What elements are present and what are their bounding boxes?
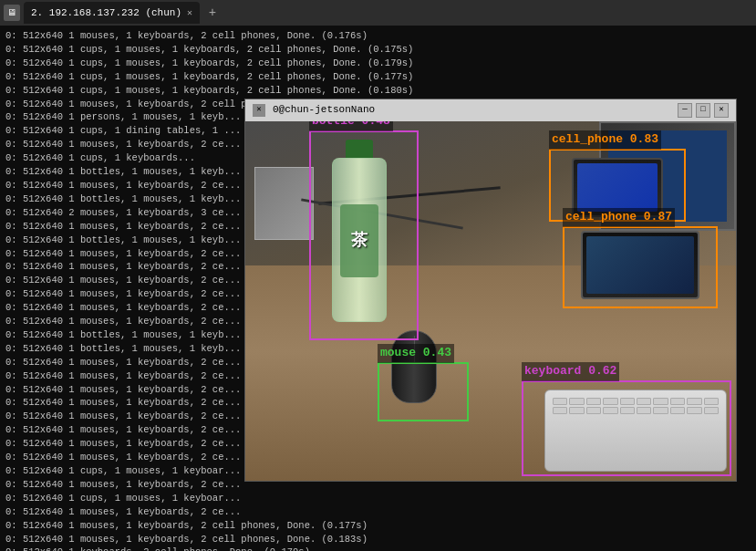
log-line: 0: 512x640 1 cups, 1 mouses, 1 keyboards…: [5, 57, 756, 70]
minimize-button[interactable]: —: [678, 103, 692, 118]
detection-titlebar: ✕ 0@chun-jetsonNano — □ ✕: [245, 99, 736, 121]
phone-screen-2: [586, 236, 694, 294]
terminal-icon: 🖥: [4, 5, 20, 21]
key: [620, 407, 635, 414]
phone-screen-1: [577, 163, 658, 212]
phone-object-2: [581, 231, 699, 299]
key: [670, 407, 685, 414]
key: [603, 398, 617, 405]
close-button[interactable]: ✕: [714, 103, 729, 118]
log-line: 0: 512x640 1 cups, 1 mouses, 1 keyboards…: [5, 70, 756, 84]
keyboard-object: [544, 390, 727, 472]
log-line: 0: 512x640 1 cups, 1 mouses, 1 keyboar..…: [5, 492, 756, 505]
key: [603, 407, 617, 414]
new-tab-button[interactable]: +: [203, 4, 222, 22]
mouse-body: [391, 330, 437, 403]
key: [670, 398, 685, 405]
bottle-label-kanji: 茶: [340, 204, 378, 277]
taskbar: 🖥 2. 192.168.137.232 (chun) ✕ +: [0, 0, 756, 26]
window-icon: ✕: [253, 104, 265, 117]
terminal-body: 0: 512x640 1 mouses, 1 keyboards, 2 cell…: [0, 26, 756, 551]
key: [553, 398, 567, 405]
log-line: 0: 512x640 1 mouses, 1 keyboards, 2 ce..…: [5, 505, 756, 519]
bottle-object: 茶: [323, 140, 396, 340]
mouse-object: [391, 330, 441, 408]
log-line: 0: 512x640 1 cups, 1 mouses, 1 keyboards…: [5, 84, 756, 98]
key: [586, 407, 601, 414]
window-title: 0@chun-jetsonNano: [273, 103, 670, 118]
maximize-button[interactable]: □: [696, 103, 710, 118]
phone-object-1: [572, 158, 663, 217]
key: [553, 407, 567, 414]
log-line: 0: 512x640 1 keyboards, 2 cell phones, D…: [5, 546, 756, 551]
camera-feed: 茶: [245, 121, 736, 481]
key: [569, 407, 584, 414]
tab-close-button[interactable]: ✕: [187, 7, 192, 18]
key: [637, 398, 651, 405]
key: [704, 398, 719, 405]
log-line: 0: 512x640 1 mouses, 1 keyboards, 2 cell…: [5, 533, 756, 546]
key: [586, 398, 601, 405]
log-line: 0: 512x640 1 mouses, 1 keyboards, 2 cell…: [5, 29, 756, 43]
key: [620, 398, 635, 405]
key: [687, 398, 701, 405]
keyboard-keys: [545, 390, 726, 421]
bottle-body: 茶: [332, 158, 387, 322]
tab-label: 2. 192.168.137.232 (chun): [31, 7, 181, 18]
key: [637, 407, 651, 414]
bottle-cap: [346, 140, 373, 158]
window-controls: — □ ✕: [678, 103, 729, 118]
mouse-scroll: [414, 336, 415, 363]
key: [653, 407, 668, 414]
key: [687, 407, 701, 414]
tab-active[interactable]: 2. 192.168.137.232 (chun) ✕: [24, 2, 200, 24]
log-line: 0: 512x640 1 cups, 1 mouses, 1 keyboards…: [5, 43, 756, 57]
key: [653, 398, 668, 405]
key: [704, 407, 719, 414]
key: [569, 398, 584, 405]
log-line: 0: 512x640 1 mouses, 1 keyboards, 2 cell…: [5, 519, 756, 533]
detection-window: ✕ 0@chun-jetsonNano — □ ✕: [244, 99, 737, 482]
bg-box: [254, 167, 314, 240]
